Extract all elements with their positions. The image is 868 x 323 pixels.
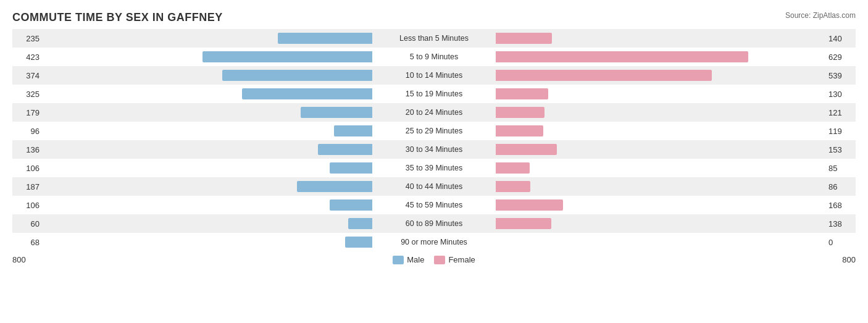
legend-male-label: Male [407,255,424,264]
female-bar [496,218,551,229]
footer-left-val: 800 [12,255,43,264]
male-bar [297,181,372,192]
data-row: 68 90 or more Minutes 0 [12,233,856,251]
male-bar-container [43,217,372,230]
row-label: 20 to 24 Minutes [372,108,496,117]
data-row: 325 15 to 19 Minutes 130 [12,85,856,103]
female-bar-container [496,51,825,63]
female-value: 85 [825,164,856,173]
male-value: 60 [12,219,43,229]
female-bar-container [496,88,825,100]
legend-female: Female [434,255,475,264]
male-bar-container [43,51,372,63]
female-value: 153 [825,145,856,154]
male-bar-container [43,143,372,156]
female-bar [496,51,748,62]
row-label: 30 to 34 Minutes [372,145,496,154]
male-bar-container [43,32,372,44]
data-row: 136 30 to 34 Minutes 153 [12,140,856,159]
row-label: 60 to 89 Minutes [372,219,496,228]
male-bar-container [43,180,372,193]
female-bar [496,181,530,192]
row-label: 35 to 39 Minutes [372,164,496,172]
chart-body: 235 Less than 5 Minutes 140 423 5 to 9 M… [12,29,856,251]
female-value: 539 [825,71,856,80]
data-row: 374 10 to 14 Minutes 539 [12,66,856,85]
male-bar-container [43,106,372,119]
female-value: 140 [825,34,856,43]
male-bar-container [43,199,372,211]
chart-title: COMMUTE TIME BY SEX IN GAFFNEY [12,11,856,24]
row-label: 25 to 29 Minutes [372,127,496,135]
legend-male: Male [393,255,424,264]
row-label: 40 to 44 Minutes [372,182,496,191]
female-bar [496,33,552,44]
female-bar [496,199,563,211]
female-bar-container [496,106,825,119]
male-bar-container [43,236,372,248]
male-bar [348,218,372,229]
female-bar-container [496,199,825,211]
data-row: 60 60 to 89 Minutes 138 [12,214,856,233]
male-bar [202,51,372,62]
female-bar-container [496,236,825,248]
data-row: 423 5 to 9 Minutes 629 [12,48,856,66]
female-value: 138 [825,219,856,229]
female-bar-container [496,217,825,230]
row-label: 5 to 9 Minutes [372,52,496,61]
female-bar [496,125,543,136]
female-bar-container [496,125,825,137]
female-bar-container [496,32,825,44]
male-bar-container [43,125,372,137]
female-value: 629 [825,52,856,62]
chart-footer: 800 Male Female 800 [12,255,856,264]
female-bar [496,144,557,155]
data-row: 106 35 to 39 Minutes 85 [12,159,856,177]
female-value: 119 [825,127,856,136]
legend-female-label: Female [448,255,475,264]
female-value: 86 [825,182,856,191]
female-value: 168 [825,201,856,210]
source-label: Source: ZipAtlas.com [785,11,856,20]
male-value: 96 [12,127,43,136]
male-bar [301,107,372,118]
data-row: 179 20 to 24 Minutes 121 [12,103,856,122]
row-label: 10 to 14 Minutes [372,71,496,80]
male-bar-container [43,69,372,82]
male-value: 136 [12,145,43,154]
male-bar [242,88,372,99]
female-bar [496,88,548,99]
male-value: 106 [12,164,43,173]
male-bar-container [43,88,372,100]
female-bar-container [496,143,825,156]
male-bar [222,70,372,81]
male-value: 106 [12,201,43,210]
row-label: Less than 5 Minutes [372,34,496,43]
female-bar [496,70,712,81]
data-row: 106 45 to 59 Minutes 168 [12,196,856,214]
footer-right-val: 800 [825,255,856,264]
male-bar [334,125,372,136]
male-bar-container [43,162,372,174]
male-value: 68 [12,238,43,247]
female-bar-container [496,180,825,193]
data-row: 96 25 to 29 Minutes 119 [12,122,856,140]
row-label: 45 to 59 Minutes [372,201,496,209]
row-label: 90 or more Minutes [372,238,496,246]
male-value: 325 [12,90,43,99]
male-bar [345,237,372,248]
male-value: 374 [12,71,43,80]
female-value: 0 [825,238,856,247]
male-value: 423 [12,52,43,62]
legend-male-box [393,256,404,264]
male-value: 187 [12,182,43,191]
data-row: 235 Less than 5 Minutes 140 [12,29,856,48]
female-bar [496,162,530,174]
female-bar-container [496,69,825,82]
male-bar [318,144,372,155]
row-label: 15 to 19 Minutes [372,90,496,98]
female-bar-container [496,162,825,174]
data-row: 187 40 to 44 Minutes 86 [12,177,856,196]
female-bar [496,107,545,118]
male-bar [330,162,372,174]
